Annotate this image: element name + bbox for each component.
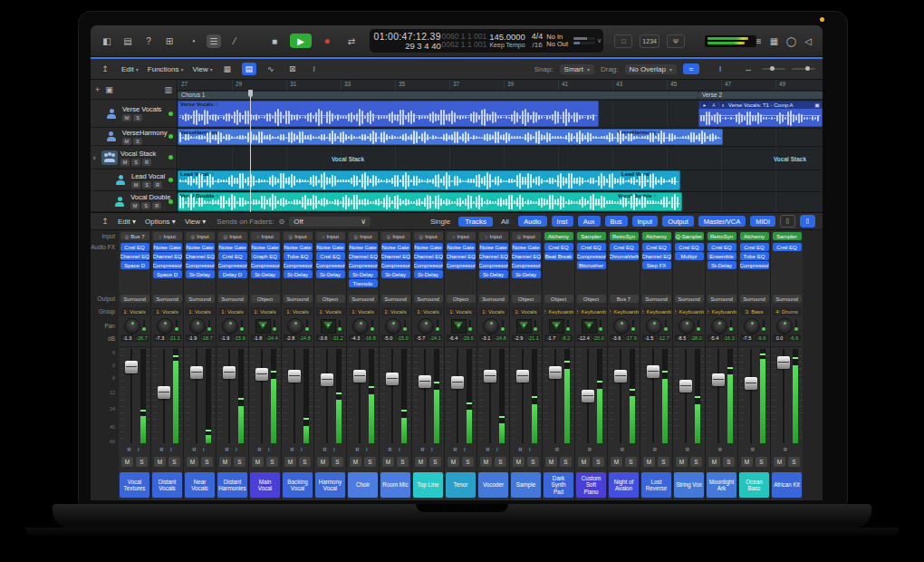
audio-fx-slot[interactable]: Compressor xyxy=(479,261,508,269)
group-slot[interactable]: 3: Bass xyxy=(740,307,769,315)
editors-icon[interactable]: ⁄ xyxy=(227,34,242,48)
narrow-view-icon[interactable]: ▯ xyxy=(780,215,795,228)
metronome-button[interactable]: Ψ xyxy=(667,34,685,48)
group-slot[interactable]: 4: Drums xyxy=(773,307,802,315)
record-input-buttons[interactable]: R I xyxy=(151,447,183,452)
input-slot[interactable]: ◎ Bus 7 xyxy=(120,232,149,240)
input-format-icon[interactable]: ◎ xyxy=(288,234,293,239)
instrument-slot[interactable]: Sampler xyxy=(577,232,606,240)
audio-fx-slot[interactable]: Cnsl EQ xyxy=(675,243,704,251)
output-slot[interactable]: Surround xyxy=(414,295,443,303)
volume-readout[interactable]: -1.8 xyxy=(251,334,265,342)
audio-fx-slot[interactable]: Tremolo xyxy=(349,279,378,287)
audio-fx-slot[interactable]: Channel EQ xyxy=(512,252,541,260)
mixer-view-menu[interactable]: View ▾ xyxy=(185,218,206,226)
input-format-icon[interactable]: ○ xyxy=(322,234,324,239)
surround-pan-knob[interactable] xyxy=(776,318,793,334)
track-state-button[interactable]: S xyxy=(142,181,151,189)
surround-pan-knob[interactable] xyxy=(222,318,238,334)
audio-fx-slot[interactable]: Compressor xyxy=(512,261,541,269)
surround-pan-knob[interactable] xyxy=(157,318,173,334)
track-lane[interactable]: VerseHarmony ○VerseHarmony ○ xyxy=(178,129,823,147)
track-name[interactable]: Vocal Stack xyxy=(120,150,156,158)
playhead[interactable] xyxy=(250,90,251,212)
audio-fx-slot[interactable]: Tube EQ xyxy=(284,252,313,260)
play-button[interactable]: ▶ xyxy=(290,34,312,48)
solo-button[interactable]: S xyxy=(527,457,539,467)
audio-fx-slot[interactable]: St-Delay xyxy=(251,270,280,278)
volume-readout[interactable]: -3.6 xyxy=(610,334,623,342)
peak-readout[interactable]: -26.7 xyxy=(135,334,149,342)
library-icon[interactable]: ◧ xyxy=(100,34,114,48)
instrument-slot[interactable]: Alchemy xyxy=(642,232,671,240)
pan-mini-slider[interactable] xyxy=(176,320,178,332)
group-slot[interactable]: 1: Vocals xyxy=(251,307,280,315)
audio-region[interactable]: VerseHarmony ○VerseHarmony ○ xyxy=(178,129,723,145)
surround-pan-knob[interactable] xyxy=(646,318,662,334)
hide-mixer-toolbar-icon[interactable]: ↥ xyxy=(98,215,112,228)
audio-fx-slot[interactable]: Channel EQ xyxy=(120,252,149,260)
input-slot[interactable]: ○ Input xyxy=(251,232,280,240)
audio-region[interactable]: Lead Vocal ○Lead Vocal ○ xyxy=(178,170,680,190)
channel-filter-button[interactable]: Audio xyxy=(518,216,546,227)
audio-fx-slot[interactable]: Bitcrusher xyxy=(577,261,606,269)
input-slot[interactable]: ◎ Input xyxy=(349,232,378,240)
track-header[interactable]: Lead Vocal MSR xyxy=(91,170,177,191)
record-input-buttons[interactable]: R I xyxy=(445,447,476,452)
instrument-slot[interactable]: RetroSyn xyxy=(610,232,639,240)
volume-readout[interactable]: -4.3 xyxy=(349,334,362,342)
channel-name-chip[interactable]: Sample xyxy=(511,472,541,498)
audio-fx-slot[interactable]: Noise Gate xyxy=(218,243,247,251)
group-slot[interactable]: 2: Keyboards xyxy=(675,307,704,315)
volume-fader[interactable] xyxy=(321,373,333,386)
volume-readout[interactable]: -1.9 xyxy=(186,334,199,342)
mute-button[interactable]: M xyxy=(350,457,361,467)
output-slot[interactable]: Object xyxy=(577,295,606,303)
audio-fx-slot[interactable]: Channel EQ xyxy=(349,252,378,260)
edit-menu[interactable]: Edit▾ xyxy=(121,65,139,73)
volume-fader[interactable] xyxy=(679,380,692,392)
volume-readout[interactable]: -5.0 xyxy=(381,334,395,342)
audio-fx-slot[interactable]: Noise Gate xyxy=(349,243,378,251)
hide-toolbar-icon[interactable]: ↥ xyxy=(98,63,112,75)
mute-button[interactable]: M xyxy=(448,457,459,467)
sends-on-faders-select[interactable]: Off∨ xyxy=(289,217,371,227)
track-lane[interactable]: Vocal Double ○Vocal Double ○ xyxy=(178,192,823,213)
mixer-options-menu[interactable]: Options ▾ xyxy=(145,218,176,226)
pan-mini-slider[interactable] xyxy=(534,320,536,332)
surround-pan-knob[interactable] xyxy=(613,318,630,334)
input-slot[interactable]: ○ Input xyxy=(316,232,345,240)
snap-select[interactable]: Smart▾ xyxy=(560,64,594,74)
audio-fx-slot[interactable]: Multipr xyxy=(675,252,704,260)
channel-name-chip[interactable]: Vocoder xyxy=(478,472,508,498)
audio-fx-slot[interactable]: Compressor xyxy=(740,261,769,269)
audio-fx-slot[interactable]: Cnsl EQ xyxy=(544,243,573,251)
arrangement-marker[interactable]: Chorus 1 xyxy=(178,92,698,99)
list-view-icon[interactable]: ▤ xyxy=(242,63,256,75)
mute-button[interactable]: M xyxy=(545,457,557,467)
mute-button[interactable]: M xyxy=(382,457,394,467)
output-slot[interactable]: Surround xyxy=(381,295,410,303)
pan-mini-slider[interactable] xyxy=(371,320,373,332)
audio-fx-slot[interactable]: Space D xyxy=(120,261,149,269)
solo-button[interactable]: S xyxy=(723,457,735,467)
pan-mini-slider[interactable] xyxy=(274,320,275,332)
record-input-buttons[interactable]: R I xyxy=(249,447,281,452)
channel-name-chip[interactable]: Room Mic xyxy=(380,472,410,498)
track-state-button[interactable]: M xyxy=(130,202,140,209)
peak-readout[interactable]: -20.0 xyxy=(592,334,605,342)
pan-mini-slider[interactable] xyxy=(306,320,308,332)
volume-fader[interactable] xyxy=(777,356,790,369)
channel-name-chip[interactable]: Moonlight Ark xyxy=(707,472,736,498)
marquee-icon[interactable]: ⊠ xyxy=(285,63,300,75)
output-slot[interactable]: Object xyxy=(251,295,280,303)
audio-region[interactable]: ►A∧ Verse Vocals: T1 - Comp A ▣ xyxy=(698,101,823,127)
volume-readout[interactable]: -2.8 xyxy=(284,334,297,342)
track-state-button[interactable]: M xyxy=(131,181,140,189)
solo-button[interactable]: S xyxy=(266,457,278,467)
audio-fx-slot[interactable]: Compressor xyxy=(414,261,443,269)
output-slot[interactable]: Surround xyxy=(707,295,736,303)
track-name[interactable]: VerseHarmony xyxy=(122,129,166,137)
peak-readout[interactable]: -9.9 xyxy=(755,334,768,342)
record-input-buttons[interactable]: R I xyxy=(119,447,150,452)
